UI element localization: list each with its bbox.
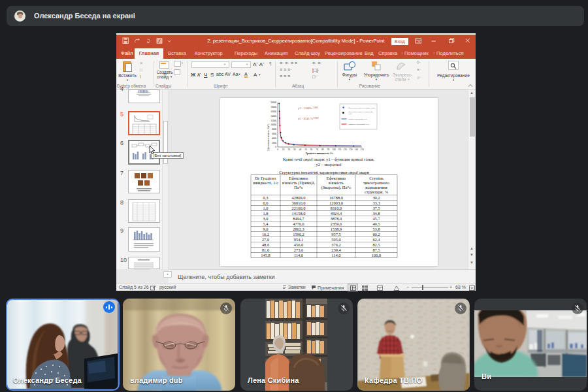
svg-text:16000: 16000: [270, 110, 276, 113]
svg-text:60,2: 60,2: [372, 232, 380, 237]
svg-text:8000: 8000: [272, 128, 276, 131]
svg-text:0,3: 0,3: [263, 195, 269, 200]
svg-text:тиксотропного: тиксотропного: [363, 180, 389, 185]
svg-text:62,4: 62,4: [372, 237, 380, 242]
svg-text:відновлення: відновлення: [365, 185, 387, 189]
svg-text:Dг Градієнт: Dг Градієнт: [255, 176, 276, 180]
svg-text:Криві течії сирої окари: у1 –: Криві течії сирої окари: у1 – функция пр…: [283, 157, 374, 161]
svg-text:Ступінь: Ступінь: [369, 176, 384, 180]
svg-text:37,5: 37,5: [372, 206, 380, 210]
svg-text:60: 60: [310, 148, 313, 151]
svg-text:4000: 4000: [272, 137, 276, 140]
svg-text:100: 100: [332, 148, 336, 151]
svg-text:120: 120: [344, 148, 348, 151]
svg-text:22160,0: 22160,0: [292, 206, 306, 210]
svg-text:5,4: 5,4: [263, 221, 269, 226]
svg-text:140: 140: [355, 148, 359, 151]
svg-text:18000: 18000: [270, 106, 276, 108]
svg-text:у2 – зворотної: у2 – зворотної: [316, 162, 342, 167]
svg-text:3878,0: 3878,0: [331, 216, 342, 221]
svg-text:10: 10: [282, 148, 285, 151]
svg-text:954,1: 954,1: [294, 237, 303, 242]
svg-text:Па*с: Па*с: [294, 185, 303, 189]
svg-text:595,0: 595,0: [331, 237, 340, 242]
svg-text:45,7: 45,7: [372, 216, 380, 221]
svg-text:3,0: 3,0: [263, 216, 269, 221]
svg-text:1538,9: 1538,9: [331, 227, 342, 231]
svg-text:2359,6: 2359,6: [331, 221, 342, 226]
svg-text:Ефективна в'язкість, Па*с: Ефективна в'язкість, Па*с: [267, 123, 270, 151]
svg-text:80: 80: [321, 148, 324, 151]
svg-text:Градієнт швидкості, 1/с: Градієнт швидкості, 1/с: [306, 152, 334, 155]
svg-text:39,2: 39,2: [372, 195, 380, 200]
svg-text:27,0: 27,0: [262, 237, 269, 242]
svg-text:82,5: 82,5: [372, 242, 380, 247]
svg-text:239,4: 239,4: [331, 248, 341, 252]
svg-text:4770,6: 4770,6: [293, 221, 304, 226]
svg-text:110: 110: [338, 148, 341, 151]
svg-text:456,0: 456,0: [294, 242, 303, 247]
svg-text:42809,0: 42809,0: [292, 195, 306, 200]
svg-text:(Зворотна), Па*с: (Зворотна), Па*с: [321, 185, 351, 190]
svg-text:90: 90: [327, 148, 330, 151]
svg-text:273,6: 273,6: [294, 248, 303, 252]
svg-text:в'язкість: в'язкість: [329, 180, 344, 185]
svg-text:структури, %: структури, %: [365, 189, 389, 194]
svg-text:16,2: 16,2: [262, 232, 269, 237]
svg-text:10000: 10000: [270, 123, 276, 126]
svg-text:36010,0: 36010,0: [292, 201, 306, 205]
svg-text:2000: 2000: [272, 142, 276, 144]
svg-text:y1 = 21802x-1.0895: y1 = 21802x-1.0895: [298, 106, 319, 110]
svg-text:16788,0: 16788,0: [329, 195, 343, 200]
svg-text:6000: 6000: [272, 133, 276, 135]
svg-text:145,8: 145,8: [261, 253, 270, 257]
svg-text:Ефективна: Ефективна: [327, 176, 346, 180]
svg-text:9,0: 9,0: [263, 227, 269, 231]
svg-text:114,0: 114,0: [294, 253, 303, 257]
svg-text:8494,7: 8494,7: [293, 216, 304, 221]
svg-text:87,5: 87,5: [372, 248, 380, 252]
svg-text:130: 130: [349, 148, 353, 151]
svg-text:33,3: 33,3: [372, 201, 380, 205]
svg-text:Ефективна: Ефективна: [289, 176, 308, 180]
svg-text:20000: 20000: [270, 101, 276, 104]
svg-text:40: 40: [299, 148, 302, 151]
svg-text:14000: 14000: [270, 115, 276, 118]
svg-text:49,5: 49,5: [372, 221, 380, 226]
svg-text:34,8: 34,8: [372, 211, 380, 216]
svg-text:y2 = 8241.7x-0.9067: y2 = 8241.7x-0.9067: [298, 117, 319, 120]
svg-text:150: 150: [360, 148, 364, 151]
svg-text:376,2: 376,2: [331, 242, 340, 247]
svg-text:957,5: 957,5: [331, 232, 340, 237]
svg-text:Структурно механічні характери: Структурно механічні характеристики сиро…: [279, 170, 369, 174]
svg-text:114,0: 114,0: [331, 253, 340, 257]
svg-text:100,0: 100,0: [372, 253, 381, 257]
svg-text:20: 20: [287, 148, 290, 151]
svg-text:Па*с: Па*с: [348, 113, 353, 115]
svg-text:81,0: 81,0: [262, 248, 269, 252]
svg-text:Пряма гілка кривої течії: Пряма гілка кривої течії: [348, 118, 367, 120]
svg-text:14158,0: 14158,0: [292, 211, 306, 216]
svg-text:1,8: 1,8: [263, 211, 269, 216]
svg-text:0,6: 0,6: [263, 201, 269, 205]
svg-text:0: 0: [277, 148, 278, 151]
svg-text:70: 70: [316, 148, 318, 151]
svg-text:2862,3: 2862,3: [293, 227, 304, 231]
svg-text:12000: 12000: [270, 120, 276, 122]
svg-text:Ефективна в'язкість (Пряма, Па: Ефективна в'язкість (Пряма, Па*с): [348, 107, 375, 109]
svg-text:30: 30: [293, 148, 296, 151]
svg-text:4924,4: 4924,4: [331, 211, 342, 216]
svg-text:Зворотна гілка кривої течії: Зворотна гілка кривої течії: [348, 123, 369, 125]
svg-text:8310,0: 8310,0: [331, 206, 342, 210]
svg-text:12003,0: 12003,0: [329, 201, 343, 205]
svg-text:0: 0: [275, 146, 276, 148]
svg-text:1590,2: 1590,2: [293, 232, 304, 237]
svg-text:1,0: 1,0: [263, 206, 269, 210]
svg-text:50: 50: [304, 148, 307, 151]
svg-text:швидкості, 1/с: швидкості, 1/с: [253, 180, 278, 185]
svg-text:48,6: 48,6: [262, 242, 269, 247]
svg-text:53,8: 53,8: [372, 227, 380, 231]
